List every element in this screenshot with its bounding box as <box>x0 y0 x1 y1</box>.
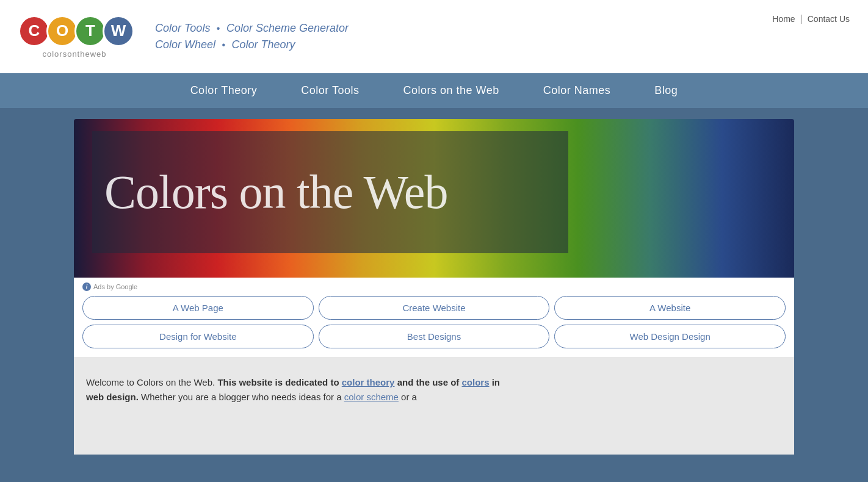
welcome-rest: Whether you are a blogger who needs idea… <box>139 392 417 402</box>
logo-container: C O T W colorsontheweb <box>18 15 131 59</box>
logo-circle-c: C <box>18 15 50 47</box>
header-divider: | <box>800 13 803 24</box>
colors-link[interactable]: colors <box>461 377 489 387</box>
ad-label: i Ads by Google <box>82 282 786 291</box>
welcome-intro: Welcome to Colors on the Web. <box>86 377 217 387</box>
ad-button-0[interactable]: A Web Page <box>82 296 314 320</box>
header-nav-links: Color Tools • Color Scheme Generator Col… <box>155 22 349 51</box>
logo-circle-o: O <box>46 15 78 47</box>
hero-overlay: Colors on the Web <box>92 131 568 253</box>
nav-item-color-theory[interactable]: Color Theory <box>168 73 280 108</box>
main-navbar: Color Theory Color Tools Colors on the W… <box>0 73 868 108</box>
nav-item-colors-on-web[interactable]: Colors on the Web <box>382 73 521 108</box>
nav-item-color-names[interactable]: Color Names <box>521 73 633 108</box>
color-scheme-link[interactable]: color scheme <box>344 392 399 402</box>
ad-label-text: Ads by Google <box>93 283 137 290</box>
hero-banner: Colors on the Web <box>74 119 794 278</box>
logo-circle-t: T <box>74 15 106 47</box>
nav-item-blog[interactable]: Blog <box>632 73 700 108</box>
bullet1: • <box>217 23 220 34</box>
header-link-color-wheel[interactable]: Color Wheel <box>155 38 215 51</box>
color-theory-link[interactable]: color theory <box>342 377 395 387</box>
header-nav-row2: Color Wheel • Color Theory <box>155 38 349 51</box>
page-body: Colors on the Web i Ads by Google A Web … <box>0 108 868 473</box>
bullet2: • <box>222 40 226 50</box>
main-container: Colors on the Web i Ads by Google A Web … <box>74 119 794 455</box>
header-nav-row1: Color Tools • Color Scheme Generator <box>155 22 349 35</box>
ad-button-1[interactable]: Create Website <box>319 296 550 320</box>
ad-button-2[interactable]: A Website <box>554 296 786 320</box>
content-area: Welcome to Colors on the Web. This websi… <box>74 357 794 455</box>
ad-section: i Ads by Google A Web Page Create Websit… <box>74 278 794 357</box>
hero-title: Colors on the Web <box>104 168 447 216</box>
info-icon: i <box>82 282 91 291</box>
header-top-right: Home | Contact Us <box>772 13 850 24</box>
ad-button-5[interactable]: Web Design Design <box>554 325 786 348</box>
logo-text: colorsontheweb <box>42 49 106 59</box>
header-link-color-theory[interactable]: Color Theory <box>232 38 295 51</box>
ad-buttons-grid: A Web Page Create Website A Website Desi… <box>82 296 786 348</box>
ad-button-4[interactable]: Best Designs <box>319 325 550 348</box>
contact-link[interactable]: Contact Us <box>808 14 850 24</box>
logo-circle-w: W <box>103 15 134 47</box>
header-left: C O T W colorsontheweb Color Tools • Col… <box>18 15 349 59</box>
header-link-color-tools[interactable]: Color Tools <box>155 22 210 34</box>
ad-button-3[interactable]: Design for Website <box>82 325 314 348</box>
welcome-text: Welcome to Colors on the Web. This websi… <box>86 375 513 405</box>
home-link[interactable]: Home <box>772 14 795 24</box>
nav-item-color-tools[interactable]: Color Tools <box>279 73 381 108</box>
logo-circles: C O T W <box>18 15 131 47</box>
site-header: C O T W colorsontheweb Color Tools • Col… <box>0 0 868 73</box>
header-link-scheme-generator[interactable]: Color Scheme Generator <box>226 22 349 34</box>
